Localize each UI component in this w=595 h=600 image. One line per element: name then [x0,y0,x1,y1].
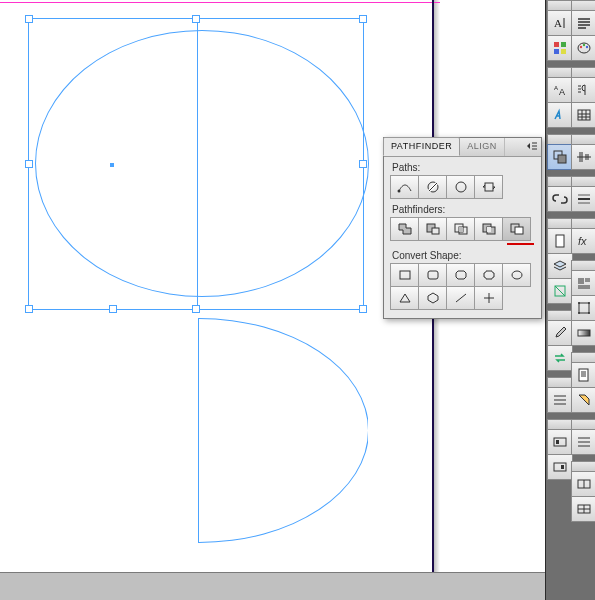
scripts-panel-icon[interactable] [571,362,595,388]
rounded-rect-icon[interactable] [418,263,447,287]
selection-handle-n[interactable] [192,15,200,23]
join-path-icon[interactable] [390,175,419,199]
selection-handle-sw[interactable] [25,305,33,313]
selection-handle-extra-s[interactable] [109,305,117,313]
right-panel-edge [545,0,546,600]
tab-pathfinder[interactable]: PATHFINDER [383,137,460,156]
svg-rect-14 [554,463,566,471]
svg-point-27 [578,302,580,304]
tab-align[interactable]: ALIGN [460,138,505,156]
list-panel-icon[interactable] [547,387,573,413]
swatches-panel-icon[interactable] [547,35,573,61]
selection-handle-w[interactable] [25,160,33,168]
selection-handle-nw[interactable] [25,15,33,23]
eyedropper-icon[interactable] [547,320,573,346]
layers-panel-icon[interactable] [547,253,573,279]
svg-rect-10 [556,235,564,247]
color-panel-icon[interactable] [571,35,595,61]
orthogonal-line-icon[interactable] [474,286,503,310]
svg-point-38 [456,182,466,192]
selection-bounding-box[interactable] [28,18,364,310]
svg-rect-31 [578,330,590,336]
stroke-panel-icon[interactable] [571,186,595,212]
svg-point-30 [588,312,590,314]
triangle-shape-icon[interactable] [390,286,419,310]
svg-rect-9 [558,155,566,163]
half-ellipse-baseline [198,318,199,543]
selection-handle-ne[interactable] [359,15,367,23]
svg-rect-15 [561,465,564,469]
gradient-panel-icon[interactable] [571,320,595,346]
line-shape-icon[interactable] [446,286,475,310]
cell-styles-icon[interactable] [571,471,595,497]
inverse-rounded-icon[interactable] [474,263,503,287]
svg-rect-12 [554,438,566,446]
exclude-shapes-icon[interactable] [474,217,503,241]
svg-rect-51 [428,271,438,279]
svg-point-17 [580,46,582,48]
selection-center-point[interactable] [110,163,114,167]
subtract-shapes-icon[interactable] [418,217,447,241]
links-panel-icon[interactable] [547,186,573,212]
svg-rect-47 [487,227,491,232]
character-styles-icon[interactable]: AA [547,77,573,103]
selection-handle-s[interactable] [192,305,200,313]
ellipse-shape-icon[interactable] [502,263,531,287]
object-styles-a-icon[interactable] [547,429,573,455]
convert-row-2 [384,286,541,310]
glyphs-panel-icon[interactable] [547,102,573,128]
close-path-icon[interactable] [446,175,475,199]
paragraph-panel-icon[interactable] [571,10,595,36]
pathfinders-row [384,217,541,241]
open-path-icon[interactable] [418,175,447,199]
navigator-panel-icon[interactable] [571,429,595,455]
beveled-rect-icon[interactable] [446,263,475,287]
align-panel-icon[interactable] [571,144,595,170]
object-styles-b-icon[interactable] [547,454,573,480]
paragraph-styles-icon[interactable] [571,77,595,103]
svg-rect-3 [561,42,566,47]
horizontal-scrollbar[interactable] [0,572,545,600]
svg-text:A: A [559,87,565,97]
svg-rect-2 [554,42,559,47]
text-wrap-icon[interactable] [571,270,595,296]
svg-rect-32 [579,369,588,381]
add-shapes-icon[interactable] [390,217,419,241]
ruler-guide-horizontal[interactable] [0,2,440,3]
character-panel-icon[interactable]: A [547,10,573,36]
svg-rect-49 [515,227,523,234]
pathfinders-label: Pathfinders: [384,199,541,217]
dock-column-left: A AA [547,0,573,480]
selection-handle-se[interactable] [359,305,367,313]
svg-rect-4 [554,49,559,54]
svg-point-28 [588,302,590,304]
svg-text:A: A [554,17,562,29]
svg-rect-20 [578,110,590,120]
swap-icon[interactable] [547,345,573,371]
pathfinder-panel-icon[interactable] [547,144,573,170]
polygon-shape-icon[interactable] [418,286,447,310]
pathfinder-panel[interactable]: PATHFINDER ALIGN Paths: Pathfinders: Con… [383,137,542,319]
svg-point-29 [578,312,580,314]
svg-rect-26 [579,303,589,313]
transform-panel-icon[interactable] [571,295,595,321]
half-ellipse-path[interactable] [198,318,368,543]
table-styles-icon[interactable] [571,496,595,522]
pages-panel-icon[interactable] [547,228,573,254]
svg-line-53 [456,294,466,302]
selection-center-vline [197,19,198,309]
rect-shape-icon[interactable] [390,263,419,287]
panel-tabs: PATHFINDER ALIGN [384,138,541,157]
effects-panel-icon[interactable]: fx [571,228,595,254]
intersect-shapes-icon[interactable] [446,217,475,241]
info-panel-icon[interactable] [547,278,573,304]
tags-panel-icon[interactable] [571,387,595,413]
table-panel-icon[interactable] [571,102,595,128]
reverse-path-icon[interactable] [474,175,503,199]
convert-row-1 [384,263,541,287]
svg-point-18 [583,44,585,46]
selection-handle-e[interactable] [359,160,367,168]
svg-point-36 [397,190,400,193]
minus-back-icon[interactable] [502,217,531,241]
panel-menu-icon[interactable] [526,141,538,151]
